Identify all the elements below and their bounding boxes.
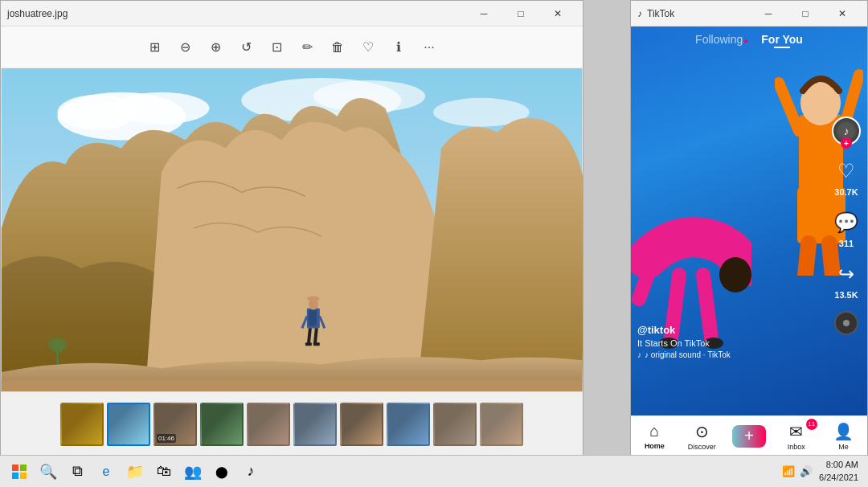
thumbnail-7[interactable] — [340, 403, 383, 446]
tiktok-maximize-button[interactable]: □ — [787, 1, 824, 27]
tiktok-logo: ♪ — [637, 8, 642, 19]
svg-rect-34 — [20, 473, 27, 479]
taskbar-left: 🔍 ⧉ e 📁 🛍 👥 ⬤ ♪ — [0, 459, 264, 485]
photo-minimize-button[interactable]: ─ — [465, 1, 502, 27]
tiktok-taskbar-button[interactable]: ♪ — [238, 459, 264, 485]
svg-point-7 — [48, 338, 68, 350]
taskbar-time-display: 8:00 AM — [819, 459, 858, 471]
tiktok-share-count: 13.5K — [834, 290, 858, 300]
tiktok-video-background: Following● For You — [631, 27, 867, 415]
tiktok-like-action[interactable]: ♡ 30.7K — [832, 157, 861, 197]
zoom-in-button[interactable]: ⊕ — [202, 34, 229, 61]
photo-toolbar: ⊞ ⊖ ⊕ ↺ ⊡ ✏ 🗑 ♡ ℹ ··· — [1, 27, 583, 68]
thumbnail-10[interactable] — [480, 403, 523, 446]
tiktok-inbox-button[interactable]: ✉ 11 Inbox — [779, 422, 814, 451]
comment-icon[interactable]: 💬 — [832, 208, 861, 237]
taskbar-date-display: 6/24/2021 — [819, 472, 858, 484]
edit-button[interactable]: ✏ — [293, 34, 321, 61]
rotate-button[interactable]: ↺ — [232, 34, 260, 61]
explorer-button[interactable]: 📁 — [122, 459, 148, 485]
tiktok-home-button[interactable]: ⌂ Home — [637, 422, 672, 450]
thumbnail-2[interactable] — [107, 403, 150, 446]
zoom-out-button[interactable]: ⊖ — [171, 34, 199, 61]
edge-button[interactable]: e — [93, 459, 119, 485]
svg-rect-32 — [20, 464, 27, 471]
music-note-icon: ♪ — [637, 350, 641, 359]
volume-icon[interactable]: 🔊 — [800, 465, 813, 477]
svg-line-12 — [315, 328, 317, 344]
home-label: Home — [645, 442, 665, 450]
svg-rect-9 — [309, 310, 317, 326]
svg-rect-14 — [313, 342, 320, 346]
discover-label: Discover — [688, 443, 716, 451]
task-view-button[interactable]: ⧉ — [64, 459, 90, 485]
photo-window-title: joshuatree.jpg — [7, 8, 68, 19]
tiktok-video-info: @tiktok It Starts On TikTok ♪ ♪ original… — [637, 324, 731, 359]
tiktok-sound-disc — [834, 311, 858, 335]
teams-button[interactable]: 👥 — [180, 459, 206, 485]
delete-button[interactable]: 🗑 — [324, 34, 351, 61]
svg-rect-31 — [12, 464, 18, 471]
thumbnail-5[interactable] — [247, 403, 290, 446]
thumbnail-strip: 01:46 — [1, 391, 583, 456]
tiktok-close-button[interactable]: ✕ — [824, 1, 861, 27]
thumbnail-3[interactable]: 01:46 — [154, 403, 197, 446]
thumbnail-1[interactable] — [60, 403, 104, 446]
search-button[interactable]: 🔍 — [35, 459, 61, 485]
tiktok-discover-button[interactable]: ⊙ Discover — [684, 422, 719, 451]
tiktok-sidebar: ♪ + ♡ 30.7K 💬 311 ↪ 13.5K — [832, 117, 861, 335]
tiktok-comment-action[interactable]: 💬 311 — [832, 208, 861, 248]
network-icon[interactable]: 📶 — [782, 465, 795, 477]
thumbnail-8[interactable] — [387, 403, 430, 446]
inbox-badge: 11 — [806, 419, 817, 430]
tiktok-username: @tiktok — [637, 324, 731, 336]
info-button[interactable]: ℹ — [385, 34, 412, 61]
tiktok-me-button[interactable]: 👤 Me — [826, 422, 862, 451]
store-button[interactable]: 🛍 — [151, 459, 177, 485]
svg-rect-13 — [305, 342, 312, 346]
more-button[interactable]: ··· — [416, 34, 443, 61]
share-icon[interactable]: ↪ — [832, 260, 861, 289]
tiktok-add-button[interactable]: + — [731, 425, 767, 448]
svg-point-25 — [719, 257, 751, 293]
system-tray: 📶 🔊 — [782, 465, 813, 477]
taskbar-clock[interactable]: 8:00 AM 6/24/2021 — [819, 459, 858, 484]
tiktok-window: ♪ TikTok ─ □ ✕ Following● For You — [630, 0, 868, 456]
tiktok-description: It Starts On TikTok — [637, 338, 731, 348]
inbox-label: Inbox — [788, 443, 805, 451]
svg-line-23 — [805, 244, 809, 276]
start-button[interactable] — [6, 459, 32, 485]
home-icon: ⌂ — [649, 422, 659, 440]
thumbnail-4[interactable] — [200, 403, 244, 446]
tiktok-sound-info: ♪ ♪ original sound · TikTok — [637, 350, 731, 359]
tiktok-window-controls: ─ □ ✕ — [750, 1, 861, 27]
photo-display-area — [1, 68, 583, 391]
taskbar-right: 📶 🔊 8:00 AM 6/24/2021 — [782, 459, 868, 484]
view-button[interactable]: ⊞ — [141, 34, 168, 61]
tiktok-minimize-button[interactable]: ─ — [750, 1, 787, 27]
tiktok-for-you-tab[interactable]: For You — [761, 33, 803, 46]
tiktok-bottom-nav: ⌂ Home ⊙ Discover + ✉ 11 Inbox 👤 Me — [631, 415, 867, 456]
tiktok-share-action[interactable]: ↪ 13.5K — [832, 260, 861, 300]
tiktok-creator-avatar[interactable]: ♪ + — [832, 117, 861, 145]
disc-center — [843, 320, 850, 326]
thumbnail-9[interactable] — [433, 403, 477, 446]
svg-rect-33 — [12, 473, 18, 479]
tiktok-following-tab[interactable]: Following● — [695, 33, 748, 46]
thumbnail-3-label: 01:46 — [157, 434, 176, 443]
tiktok-video-area[interactable]: Following● For You — [631, 27, 867, 415]
favorite-button[interactable]: ♡ — [354, 34, 382, 61]
photo-close-button[interactable]: ✕ — [539, 1, 576, 27]
photo-viewer-window: joshuatree.jpg ─ □ ✕ ⊞ ⊖ ⊕ ↺ ⊡ ✏ 🗑 ♡ ℹ ·… — [0, 0, 583, 456]
photo-maximize-button[interactable]: □ — [502, 1, 539, 27]
chrome-button[interactable]: ⬤ — [209, 459, 235, 485]
photo-window-controls: ─ □ ✕ — [465, 1, 576, 27]
add-icon[interactable]: + — [732, 425, 766, 448]
heart-icon[interactable]: ♡ — [832, 157, 861, 186]
photo-titlebar: joshuatree.jpg ─ □ ✕ — [1, 1, 583, 27]
tiktok-window-title: ♪ TikTok — [637, 8, 674, 19]
tiktok-follow-plus[interactable]: + — [841, 137, 852, 149]
crop-button[interactable]: ⊡ — [263, 34, 290, 61]
inbox-icon: ✉ — [789, 422, 803, 441]
thumbnail-6[interactable] — [293, 403, 337, 446]
